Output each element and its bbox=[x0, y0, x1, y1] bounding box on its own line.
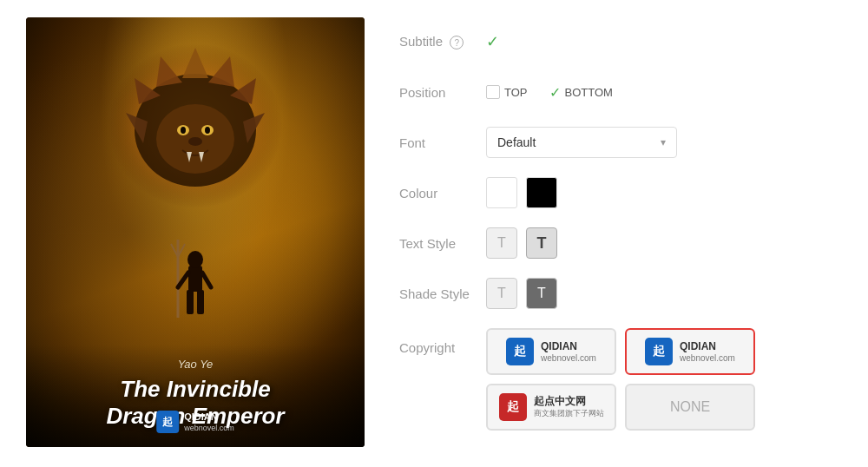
position-bottom-option[interactable]: ✓ BOTTOM bbox=[549, 84, 613, 101]
svg-rect-17 bbox=[188, 266, 202, 292]
position-top-option[interactable]: TOP bbox=[486, 85, 528, 99]
subtitle-help-icon[interactable]: ? bbox=[450, 36, 464, 49]
svg-line-25 bbox=[178, 273, 188, 287]
colour-black-swatch[interactable] bbox=[526, 177, 557, 208]
position-controls: TOP ✓ BOTTOM bbox=[486, 84, 613, 101]
cover-logo-icon: 起 bbox=[156, 411, 179, 433]
font-row: Font Default ▾ bbox=[399, 127, 842, 158]
copyright-row: Copyright 起 QIDIAN webnovel.com 起 bbox=[399, 328, 842, 431]
copyright-qidian-en-btn[interactable]: 起 QIDIAN webnovel.com bbox=[486, 328, 616, 375]
svg-point-18 bbox=[187, 251, 203, 268]
svg-point-13 bbox=[205, 127, 210, 134]
app-container: Yao Ye The Invincible Dragon Emperor 起 Q… bbox=[0, 0, 868, 467]
subtitle-label: Subtitle ? bbox=[399, 34, 486, 50]
colour-controls bbox=[486, 177, 557, 208]
svg-rect-20 bbox=[197, 290, 204, 314]
lion-illustration bbox=[100, 39, 291, 213]
warrior-illustration bbox=[169, 240, 221, 326]
qidian-en-logo-icon: 起 bbox=[506, 338, 534, 365]
copyright-label: Copyright bbox=[399, 340, 486, 355]
copyright-qidian-webnovel-btn[interactable]: 起 QIDIAN webnovel.com bbox=[625, 328, 755, 375]
font-label: Font bbox=[399, 135, 486, 150]
text-style-label: Text Style bbox=[399, 236, 486, 251]
svg-point-14 bbox=[188, 137, 202, 146]
svg-line-26 bbox=[202, 273, 211, 287]
subtitle-controls: ✓ bbox=[486, 32, 499, 51]
qidian-cn-logo-icon: 起 bbox=[499, 393, 527, 421]
copyright-qidian-cn-btn[interactable]: 起 起点中文网 商文集团旗下子网站 bbox=[486, 384, 616, 431]
shade-style-label: Shade Style bbox=[399, 286, 486, 301]
cover-copyright-logo: 起 QIDIAN webnovel.com bbox=[156, 411, 234, 433]
colour-row: Colour bbox=[399, 177, 842, 208]
settings-panel: Subtitle ? ✓ Position TOP ✓ BOTTOM bbox=[399, 17, 842, 458]
text-style-bold-btn[interactable]: T bbox=[526, 227, 557, 259]
position-top-label: TOP bbox=[504, 86, 528, 99]
qidian-webnovel-info: QIDIAN webnovel.com bbox=[680, 340, 735, 362]
qidian-webnovel-logo-icon: 起 bbox=[645, 338, 673, 365]
copyright-controls: 起 QIDIAN webnovel.com 起 QIDIAN webnovel.… bbox=[486, 328, 755, 431]
text-style-controls: T T bbox=[486, 227, 557, 259]
dropdown-arrow-icon: ▾ bbox=[661, 136, 666, 148]
shade-style-dark-btn[interactable]: T bbox=[526, 278, 557, 309]
shade-style-controls: T T bbox=[486, 278, 557, 309]
shade-style-light-btn[interactable]: T bbox=[486, 278, 517, 309]
qidian-en-info: QIDIAN webnovel.com bbox=[541, 340, 596, 362]
font-value: Default bbox=[497, 135, 536, 149]
svg-rect-19 bbox=[187, 290, 194, 314]
position-top-checkbox[interactable] bbox=[486, 85, 500, 99]
shade-style-row: Shade Style T T bbox=[399, 278, 842, 309]
cover-author: Yao Ye bbox=[43, 358, 347, 371]
svg-point-12 bbox=[181, 127, 186, 134]
subtitle-checkmark: ✓ bbox=[486, 32, 499, 51]
subtitle-row: Subtitle ? ✓ bbox=[399, 26, 842, 57]
position-label: Position bbox=[399, 85, 486, 100]
cover-logo-text: QIDIAN webnovel.com bbox=[184, 411, 234, 431]
colour-white-swatch[interactable] bbox=[486, 177, 517, 208]
copyright-none-btn[interactable]: NONE bbox=[625, 384, 755, 431]
position-row: Position TOP ✓ BOTTOM bbox=[399, 76, 842, 108]
position-bottom-label: BOTTOM bbox=[565, 86, 613, 99]
copyright-none-label: NONE bbox=[670, 399, 710, 415]
text-style-row: Text Style T T bbox=[399, 227, 842, 259]
font-controls: Default ▾ bbox=[486, 127, 677, 158]
text-style-normal-btn[interactable]: T bbox=[486, 227, 517, 259]
colour-label: Colour bbox=[399, 186, 486, 201]
position-bottom-checkmark: ✓ bbox=[549, 84, 561, 101]
font-dropdown[interactable]: Default ▾ bbox=[486, 127, 677, 158]
book-cover: Yao Ye The Invincible Dragon Emperor 起 Q… bbox=[26, 17, 365, 447]
qidian-cn-info: 起点中文网 商文集团旗下子网站 bbox=[534, 395, 604, 418]
